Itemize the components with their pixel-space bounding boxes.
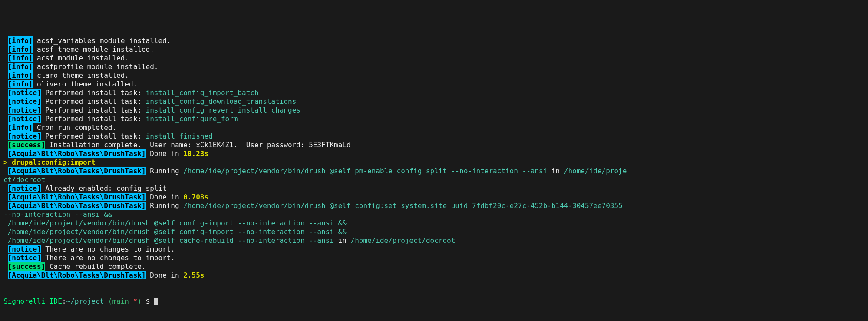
terminal-line: [info] claro theme installed. (3, 71, 865, 80)
terminal-text: [Acquia\Blt\Robo\Tasks\DrushTask] (8, 202, 146, 210)
terminal-text: [Acquia\Blt\Robo\Tasks\DrushTask] (8, 271, 146, 279)
terminal-text: [info] (8, 80, 33, 88)
terminal-text: [success] (8, 141, 46, 149)
terminal-text (3, 141, 8, 149)
terminal-text (3, 80, 8, 88)
terminal-text: /home/ide/project/vendor/bin/drush @self… (183, 167, 547, 175)
prompt-symbol: $ (142, 297, 154, 305)
terminal-text: Running (146, 202, 184, 210)
terminal-text (3, 184, 8, 192)
terminal-text: /home/ide/project/vendor/bin/drush @self… (183, 202, 627, 210)
prompt-path: ~/project (66, 297, 104, 305)
terminal-text (3, 123, 8, 132)
terminal-line: --no-interaction --ansi && (3, 210, 865, 219)
terminal-line: [info] acsf_theme module installed. (3, 45, 865, 54)
terminal-text: Running (146, 167, 184, 175)
prompt-branch: main (112, 297, 129, 305)
terminal-text: There are no changes to import. (41, 254, 175, 262)
prompt-branch-open: ( (104, 297, 112, 305)
prompt-branch-close: ) (137, 297, 142, 305)
terminal-text: [info] (8, 36, 33, 45)
terminal-text: 0.708s (183, 193, 208, 201)
terminal-line: [notice] Performed install task: install… (3, 97, 865, 106)
terminal-text: There are no changes to import. (41, 245, 175, 253)
terminal-line: [success] Cache rebuild complete. (3, 262, 865, 271)
terminal-line: [info] acsf_variables module installed. (3, 36, 865, 45)
terminal-text: acsf_variables module installed. (33, 36, 171, 45)
terminal-text: Done in (146, 149, 184, 158)
terminal-text: acsf_theme module installed. (33, 45, 154, 53)
terminal-line: > drupal:config:import (3, 158, 865, 167)
terminal-text: install_config_revert_install_changes (146, 106, 300, 114)
terminal-line: [Acquia\Blt\Robo\Tasks\DrushTask] Done i… (3, 271, 865, 280)
terminal-text (3, 254, 8, 262)
terminal-text: [Acquia\Blt\Robo\Tasks\DrushTask] (8, 149, 146, 158)
terminal-text: [notice] (8, 97, 41, 106)
terminal-text: Performed install task: (41, 132, 146, 140)
terminal-line: [info] acsf module installed. (3, 54, 865, 63)
terminal-text (3, 71, 8, 79)
terminal-line: [info] olivero theme installed. (3, 80, 865, 89)
terminal-text (3, 132, 8, 140)
terminal-text: install_finished (146, 132, 213, 140)
terminal-text (3, 271, 8, 279)
terminal-text: /home/ide/project/vendor/bin/drush @self… (3, 228, 347, 236)
terminal-text: olivero theme installed. (33, 80, 137, 88)
terminal-text: Installation complete. User name: xCk1EK… (45, 141, 350, 149)
terminal-text: Cron run completed. (33, 123, 116, 132)
terminal-text: Done in (146, 271, 184, 279)
terminal-text (3, 115, 8, 123)
terminal-text: Performed install task: (41, 89, 146, 97)
terminal-text: install_config_download_translations (146, 97, 297, 106)
terminal-text: claro theme installed. (33, 71, 129, 79)
terminal-text: [info] (8, 45, 33, 53)
shell-prompt-line[interactable]: Signorelli IDE:~/project (main *) $ (3, 297, 865, 306)
terminal-text: [info] (8, 71, 33, 79)
terminal-text: [notice] (8, 89, 41, 97)
terminal-text: Already enabled: config_split (41, 184, 167, 192)
terminal-text: install_configure_form (146, 115, 238, 123)
terminal-line: ct/docroot (3, 175, 865, 184)
terminal-line: [Acquia\Blt\Robo\Tasks\DrushTask] Runnin… (3, 167, 865, 175)
terminal-text: acsf module installed. (33, 54, 129, 62)
terminal-line: /home/ide/project/vendor/bin/drush @self… (3, 228, 865, 236)
terminal-text (3, 45, 8, 53)
terminal-text: [info] (8, 123, 33, 132)
terminal-text: in (334, 236, 351, 245)
terminal-line: [info] acsfprofile module installed. (3, 63, 865, 71)
terminal-text: [info] (8, 63, 33, 71)
terminal-text (3, 193, 8, 201)
terminal-text: [notice] (8, 106, 41, 114)
terminal-text: [info] (8, 54, 33, 62)
terminal-text: /home/ide/proje (564, 167, 627, 175)
terminal-line: [notice] There are no changes to import. (3, 254, 865, 262)
terminal-text: Performed install task: (41, 106, 146, 114)
terminal-output: [info] acsf_variables module installed. … (3, 36, 865, 280)
terminal-text: [notice] (8, 245, 41, 253)
prompt-host: Signorelli IDE (3, 297, 62, 305)
terminal-text: [notice] (8, 132, 41, 140)
terminal-text: [Acquia\Blt\Robo\Tasks\DrushTask] (8, 167, 146, 175)
terminal-text: acsfprofile module installed. (33, 63, 158, 71)
terminal-text: [notice] (8, 184, 41, 192)
terminal-text (3, 63, 8, 71)
terminal-text: [notice] (8, 254, 41, 262)
terminal-line: [info] Cron run completed. (3, 123, 865, 132)
terminal-line: [Acquia\Blt\Robo\Tasks\DrushTask] Runnin… (3, 202, 865, 210)
prompt-dirty: * (129, 297, 137, 305)
terminal-text: ct/docroot (3, 175, 45, 184)
terminal-text (3, 202, 8, 210)
terminal-text: in (547, 167, 564, 175)
terminal-text (3, 149, 8, 158)
terminal-text: [Acquia\Blt\Robo\Tasks\DrushTask] (8, 193, 146, 201)
terminal-text (3, 54, 8, 62)
terminal-line: [notice] Performed install task: install… (3, 132, 865, 141)
terminal-text: 2.55s (183, 271, 204, 279)
terminal-text: /home/ide/project/vendor/bin/drush @self… (3, 236, 334, 245)
terminal-text: [success] (8, 262, 46, 271)
terminal-line: [notice] Performed install task: install… (3, 89, 865, 97)
terminal-line: [notice] Performed install task: install… (3, 106, 865, 115)
terminal-text: --no-interaction --ansi && (3, 210, 112, 218)
terminal-text: > drupal:config:import (3, 158, 96, 166)
terminal-text (3, 89, 8, 97)
